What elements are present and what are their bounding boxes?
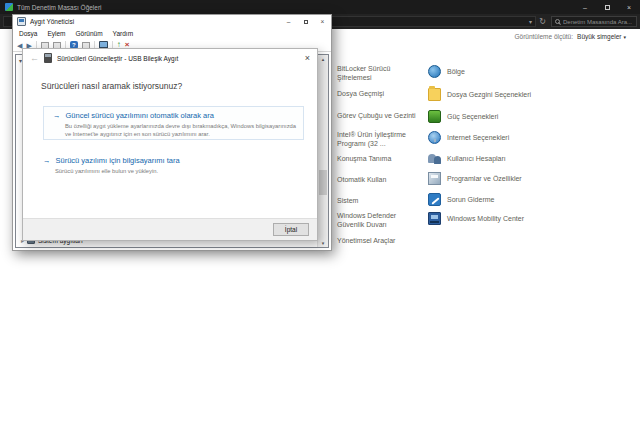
device-manager-titlebar[interactable]: Aygıt Yöneticisi – × bbox=[13, 15, 331, 28]
dialog-heading: Sürücüleri nasıl aramak istiyorsunuz? bbox=[41, 81, 182, 91]
cp-item-taskbar[interactable]: Görev Çubuğu ve Gezinti bbox=[337, 111, 432, 120]
dialog-header: ← Sürücüleri Güncelleştir - USB Bileşik … bbox=[23, 49, 317, 67]
view-by-row: Görüntüleme ölçütü: Büyük simgeler bbox=[515, 33, 627, 40]
option-browse-computer[interactable]: Sürücü yazılımı için bilgisayarımı tara … bbox=[43, 156, 293, 175]
cp-item-label: Internet Seçenekleri bbox=[447, 133, 509, 142]
device-manager-menubar: Dosya Eylem Görünüm Yardım bbox=[13, 28, 331, 39]
menu-eylem[interactable]: Eylem bbox=[47, 30, 65, 37]
scroll-up-icon[interactable]: ▴ bbox=[318, 56, 328, 62]
cp-item-region[interactable]: Bölge bbox=[428, 65, 465, 78]
search-input[interactable]: Denetim Masasında Ara... bbox=[551, 16, 637, 27]
view-by-dropdown[interactable]: Büyük simgeler bbox=[577, 33, 626, 40]
driver-device-icon bbox=[44, 53, 52, 63]
maximize-icon bbox=[605, 5, 610, 10]
vertical-scrollbar[interactable]: ▴ ▾ bbox=[317, 55, 328, 247]
control-panel-titlebar: Tüm Denetim Masası Öğeleri – × bbox=[0, 0, 640, 14]
device-manager-icon bbox=[17, 17, 26, 26]
cp-item-troubleshooting[interactable]: Sorun Giderme bbox=[428, 193, 494, 206]
region-globe-icon bbox=[428, 65, 441, 78]
update-driver-dialog: ← Sürücüleri Güncelleştir - USB Bileşik … bbox=[22, 48, 318, 241]
cp-item-bitlocker[interactable]: BitLocker Sürücü Şifrelemesi bbox=[337, 64, 432, 82]
cp-item-mobility-center[interactable]: Windows Mobility Center bbox=[428, 212, 524, 225]
window-controls: – × bbox=[574, 0, 640, 14]
folder-icon bbox=[428, 88, 441, 101]
cp-item-label: Bölge bbox=[447, 67, 465, 76]
users-icon bbox=[428, 152, 441, 165]
cp-item-autoplay[interactable]: Otomatik Kullan bbox=[337, 175, 432, 184]
menu-dosya[interactable]: Dosya bbox=[19, 30, 37, 37]
close-button[interactable]: × bbox=[618, 0, 640, 14]
search-placeholder: Denetim Masasında Ara... bbox=[563, 19, 632, 25]
dm-maximize-button[interactable] bbox=[297, 15, 314, 28]
cp-item-defender-firewall[interactable]: Windows Defender Güvenlik Duvarı bbox=[337, 211, 432, 229]
cp-item-intel[interactable]: Intel® Ürün İyileştirme Programı (32 ... bbox=[337, 130, 432, 148]
cp-item-label: Windows Mobility Center bbox=[447, 214, 524, 223]
laptop-icon bbox=[428, 212, 441, 225]
dm-maximize-icon bbox=[304, 20, 308, 24]
dm-minimize-button[interactable]: – bbox=[280, 15, 297, 28]
cp-item-user-accounts[interactable]: Kullanıcı Hesapları bbox=[428, 152, 506, 165]
screen: Tüm Denetim Masası Öğeleri – × ▾ ↻ Denet… bbox=[0, 0, 640, 423]
refresh-icon[interactable]: ↻ bbox=[536, 18, 549, 26]
menu-yardim[interactable]: Yardım bbox=[113, 30, 133, 37]
cp-item-power-options[interactable]: Güç Seçenekleri bbox=[428, 110, 498, 123]
window-title: Tüm Denetim Masası Öğeleri bbox=[17, 4, 102, 11]
dialog-back-icon[interactable]: ← bbox=[30, 54, 39, 63]
cp-item-programs-features[interactable]: Programlar ve Özellikler bbox=[428, 172, 522, 185]
menu-gorunum[interactable]: Görünüm bbox=[76, 30, 103, 37]
option-title: Sürücü yazılımı için bilgisayarımı tara bbox=[43, 156, 293, 165]
cp-item-label: Kullanıcı Hesapları bbox=[447, 154, 506, 163]
cp-item-explorer-options[interactable]: Dosya Gezgini Seçenekleri bbox=[428, 88, 531, 101]
cancel-button[interactable]: İptal bbox=[273, 223, 309, 236]
option-description: Bu özelliği aygıt yükleme ayarlarınızda … bbox=[65, 122, 303, 139]
control-panel-icon bbox=[5, 3, 13, 11]
cp-item-system[interactable]: Sistem bbox=[337, 196, 432, 205]
cp-item-label: Güç Seçenekleri bbox=[447, 112, 498, 121]
cp-item-speech[interactable]: Konuşma Tanıma bbox=[337, 154, 432, 163]
power-icon bbox=[428, 110, 441, 123]
internet-globe-icon bbox=[428, 131, 441, 144]
minimize-button[interactable]: – bbox=[574, 0, 596, 14]
option-search-automatic[interactable]: Güncel sürücü yazılımını otomatik olarak… bbox=[43, 106, 304, 140]
device-manager-title: Aygıt Yöneticisi bbox=[30, 18, 74, 25]
scrollbar-thumb[interactable] bbox=[319, 170, 327, 195]
option-description: Sürücü yazılımını elle bulun ve yükleyin… bbox=[55, 167, 293, 175]
cp-item-file-history[interactable]: Dosya Geçmişi bbox=[337, 89, 432, 98]
option-title: Güncel sürücü yazılımını otomatik olarak… bbox=[53, 111, 299, 120]
maximize-button[interactable] bbox=[596, 0, 618, 14]
scroll-down-icon[interactable]: ▾ bbox=[318, 240, 328, 246]
cp-item-label: Programlar ve Özellikler bbox=[447, 174, 522, 183]
dialog-title: Sürücüleri Güncelleştir - USB Bileşik Ay… bbox=[57, 55, 178, 62]
device-manager-controls: – × bbox=[280, 15, 331, 28]
dialog-footer: İptal bbox=[23, 218, 317, 240]
address-dropdown-icon[interactable]: ▾ bbox=[529, 19, 532, 25]
programs-icon bbox=[428, 172, 441, 185]
view-by-label: Görüntüleme ölçütü: bbox=[515, 33, 574, 40]
dm-close-button[interactable]: × bbox=[314, 15, 331, 28]
option-title-text: Güncel sürücü yazılımını otomatik olarak… bbox=[66, 111, 214, 120]
cp-item-label: Sorun Giderme bbox=[447, 195, 494, 204]
troubleshoot-icon bbox=[428, 193, 441, 206]
option-title-text: Sürücü yazılımı için bilgisayarımı tara bbox=[56, 156, 180, 165]
cp-item-label: Dosya Gezgini Seçenekleri bbox=[447, 90, 531, 99]
dialog-close-icon[interactable]: × bbox=[305, 54, 310, 63]
cp-item-internet-options[interactable]: Internet Seçenekleri bbox=[428, 131, 509, 144]
search-icon bbox=[555, 19, 560, 24]
cp-item-admin-tools[interactable]: Yönetimsel Araçlar bbox=[337, 236, 432, 245]
